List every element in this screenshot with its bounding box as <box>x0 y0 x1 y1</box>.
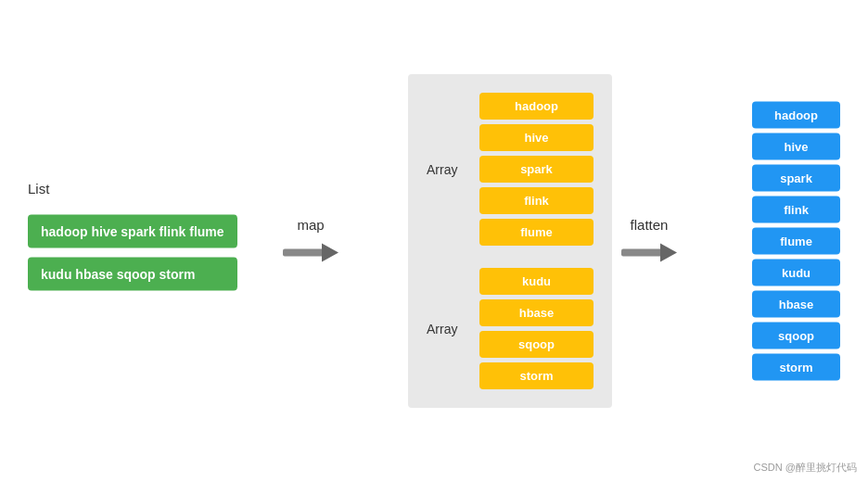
array-label-1: Array <box>427 162 468 177</box>
map-arrow-container: map <box>283 217 338 266</box>
list-item-2: kudu hbase sqoop storm <box>28 258 237 291</box>
array-group-1: Array hadoop hive spark flink flume <box>427 93 594 246</box>
svg-marker-2 <box>322 244 338 262</box>
list-item-1: hadoop hive spark flink flume <box>28 215 237 248</box>
array-group-2: Array kudu hbase sqoop storm <box>427 268 594 389</box>
array-divider <box>427 251 594 262</box>
array-item-storm: storm <box>479 362 594 389</box>
flatten-arrow-container: flatten <box>621 217 677 266</box>
result-section: hadoop hive spark flink flume kudu hbase… <box>752 102 840 381</box>
result-hive: hive <box>752 133 840 160</box>
svg-rect-1 <box>283 249 324 257</box>
result-sqoop: sqoop <box>752 323 840 349</box>
map-arrow <box>283 240 338 266</box>
array-item-flink: flink <box>479 187 594 214</box>
array-item-hadoop: hadoop <box>479 93 594 120</box>
array-item-hive: hive <box>479 124 594 151</box>
result-hbase: hbase <box>752 291 840 318</box>
array-item-flume: flume <box>479 219 594 246</box>
result-flume: flume <box>752 228 840 255</box>
result-spark: spark <box>752 165 840 192</box>
list-section: List hadoop hive spark flink flume kudu … <box>28 181 237 291</box>
array-items-1: hadoop hive spark flink flume <box>479 93 594 246</box>
flatten-label: flatten <box>631 217 669 233</box>
array-item-spark: spark <box>479 156 594 183</box>
diagram: List hadoop hive spark flink flume kudu … <box>0 0 868 482</box>
array-label-2: Array <box>427 322 468 336</box>
array-item-kudu: kudu <box>479 268 594 295</box>
map-label: map <box>297 217 324 233</box>
array-item-hbase: hbase <box>479 299 594 326</box>
array-item-sqoop: sqoop <box>479 331 594 358</box>
array-items-2: kudu hbase sqoop storm <box>479 268 594 389</box>
svg-marker-4 <box>660 244 677 262</box>
svg-rect-3 <box>621 249 662 257</box>
result-flink: flink <box>752 197 840 223</box>
list-label: List <box>28 181 237 197</box>
result-hadoop: hadoop <box>752 102 840 129</box>
result-storm: storm <box>752 354 840 381</box>
array-box: Array hadoop hive spark flink flume Arra… <box>408 74 612 408</box>
result-kudu: kudu <box>752 260 840 286</box>
flatten-arrow <box>621 240 677 266</box>
list-items: hadoop hive spark flink flume kudu hbase… <box>28 215 237 291</box>
watermark: CSDN @醉里挑灯代码 <box>754 461 857 475</box>
